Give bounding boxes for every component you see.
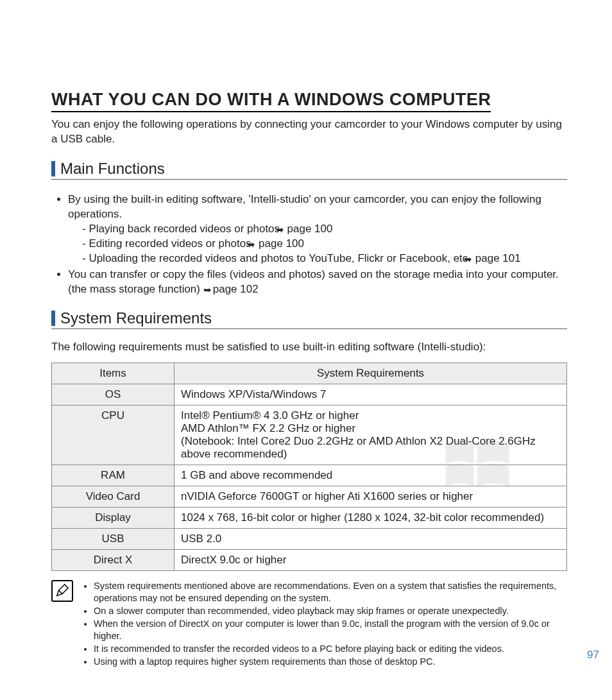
- right-arrow-icon: ➥: [203, 284, 212, 296]
- list-text: You can transfer or copy the files (vide…: [68, 268, 559, 295]
- table-cell-key: Display: [52, 508, 174, 529]
- table-header-row: Items System Requirements: [52, 363, 567, 384]
- sub-item: - Uploading the recorded videos and phot…: [82, 252, 567, 266]
- table-row: OS Windows XP/Vista/Windows 7: [52, 384, 567, 405]
- table-row: RAM 1 GB and above recommended: [52, 465, 567, 486]
- note-item: System requirements mentioned above are …: [94, 580, 567, 604]
- table-row: Display 1024 x 768, 16-bit color or high…: [52, 508, 567, 529]
- page-number: 97: [587, 649, 599, 662]
- table-row: Video Card nVIDIA Geforce 7600GT or high…: [52, 486, 567, 508]
- table-cell-key: OS: [52, 384, 174, 405]
- subheading-system-requirements: System Requirements: [51, 309, 567, 329]
- table-header: Items: [52, 363, 174, 384]
- table-cell-value: USB 2.0: [174, 529, 567, 550]
- subheading-label: System Requirements: [60, 309, 212, 327]
- page-ref: page 100: [259, 237, 304, 250]
- notes-list: System requirements mentioned above are …: [82, 580, 567, 668]
- requirements-table: Items System Requirements OS Windows XP/…: [51, 363, 567, 571]
- table-cell-value: DirectX 9.0c or higher: [174, 550, 567, 571]
- manual-page: WHAT YOU CAN DO WITH A WINDOWS COMPUTER …: [0, 0, 612, 700]
- sub-item: - Playing back recorded videos or photos…: [82, 222, 567, 237]
- heading-bar-icon: [51, 311, 55, 326]
- main-functions-list: By using the built-in editing software, …: [51, 192, 567, 297]
- sub-item: - Editing recorded videos or photos. ➥pa…: [82, 237, 567, 252]
- list-item: By using the built-in editing software, …: [68, 192, 567, 266]
- heading-bar-icon: [51, 161, 55, 176]
- note-item: On a slower computer than recommended, v…: [94, 605, 567, 617]
- table-row: CPU Intel® Pentium® 4 3.0 GHz or higherA…: [52, 405, 567, 465]
- table-cell-value: 1024 x 768, 16-bit color or higher (1280…: [174, 508, 567, 529]
- subheading-label: Main Functions: [60, 160, 165, 178]
- table-cell-key: CPU: [52, 405, 174, 465]
- sub-list: - Playing back recorded videos or photos…: [68, 222, 567, 266]
- page-title: WHAT YOU CAN DO WITH A WINDOWS COMPUTER: [51, 90, 491, 112]
- table-cell-value: Intel® Pentium® 4 3.0 GHz or higherAMD A…: [174, 405, 567, 465]
- sub-text: - Uploading the recorded videos and phot…: [82, 252, 474, 264]
- note-pencil-icon: [51, 580, 73, 602]
- note-item: When the version of DirectX on your comp…: [94, 618, 567, 642]
- page-ref: page 102: [213, 283, 259, 295]
- table-cell-value: 1 GB and above recommended: [174, 465, 567, 486]
- notes-block: System requirements mentioned above are …: [51, 580, 567, 668]
- table-cell-value: nVIDIA Geforce 7600GT or higher Ati X160…: [174, 486, 567, 508]
- page-ref: page 100: [287, 223, 333, 235]
- subheading-main-functions: Main Functions: [51, 160, 567, 180]
- table-row: Direct X DirectX 9.0c or higher: [52, 550, 567, 571]
- intro-text: You can enjoy the following operations b…: [51, 117, 567, 147]
- sub-text: - Editing recorded videos or photos.: [82, 237, 257, 250]
- table-cell-key: Video Card: [52, 486, 174, 508]
- table-cell-value: Windows XP/Vista/Windows 7: [174, 384, 567, 405]
- note-item: Using with a laptop requires higher syst…: [94, 656, 567, 668]
- note-item: It is recommended to transfer the record…: [94, 643, 567, 655]
- table-row: USB USB 2.0: [52, 529, 567, 550]
- table-cell-key: Direct X: [52, 550, 174, 571]
- list-item: You can transfer or copy the files (vide…: [68, 268, 567, 297]
- sub-text: - Playing back recorded videos or photos…: [82, 223, 286, 235]
- list-text: By using the built-in editing software, …: [68, 193, 541, 220]
- page-ref: page 101: [475, 252, 521, 264]
- requirements-intro: The following requirements must be satis…: [51, 341, 567, 354]
- table-cell-key: USB: [52, 529, 174, 550]
- table-cell-key: RAM: [52, 465, 174, 486]
- table-header: System Requirements: [174, 363, 567, 384]
